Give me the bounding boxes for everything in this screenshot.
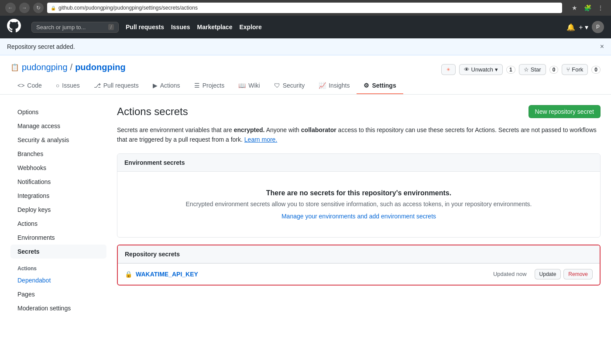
repo-secrets-section: Repository secrets 🔒 WAKATIME_API_KEY Up… — [117, 245, 601, 286]
fork-count: 0 — [591, 66, 601, 74]
issues-icon: ○ — [56, 82, 59, 89]
security-icon: 🛡 — [274, 82, 280, 89]
sidebar-item-branches[interactable]: Branches — [10, 147, 106, 161]
tab-actions[interactable]: ▶ Actions — [146, 78, 187, 94]
sidebar-item-notifications[interactable]: Notifications — [10, 175, 106, 189]
notifications-button[interactable]: 🔔 — [566, 23, 575, 31]
env-secrets-header: Environment secrets — [117, 154, 600, 172]
back-button[interactable]: ← — [5, 3, 16, 13]
flash-message: Repository secret added. — [7, 43, 75, 50]
repo-tabs: <> Code ○ Issues ⎇ Pull requests ▶ Actio… — [10, 78, 601, 94]
secret-updated: Updated now — [493, 271, 527, 277]
url-text: github.com/pudongping/pudongping/setting… — [58, 5, 198, 11]
env-secrets-empty-title: There are no secrets for this repository… — [124, 189, 593, 197]
wiki-icon: 📖 — [238, 82, 246, 89]
tab-security[interactable]: 🛡 Security — [267, 78, 312, 94]
insights-icon: 📈 — [319, 82, 326, 89]
nav-right: 🔔 + ▾ P — [566, 21, 604, 33]
fork-button[interactable]: ⑂ Fork — [562, 64, 588, 75]
flash-close-button[interactable]: × — [600, 43, 604, 51]
watch-count: 1 — [506, 66, 515, 74]
tab-issues[interactable]: ○ Issues — [49, 78, 87, 94]
repo-name[interactable]: pudongping — [75, 62, 126, 72]
manage-environments-link[interactable]: Manage your environments and add environ… — [281, 213, 436, 220]
eye-icon: 👁 — [464, 66, 470, 73]
nav-issues[interactable]: Issues — [171, 24, 190, 31]
menu-icon[interactable]: ⋮ — [595, 3, 606, 13]
projects-icon: ☰ — [194, 82, 200, 89]
tab-code[interactable]: <> Code — [10, 78, 49, 94]
update-secret-button[interactable]: Update — [535, 269, 561, 279]
search-kbd: / — [108, 24, 114, 30]
sidebar-item-actions[interactable]: Actions — [10, 217, 106, 231]
repo-title: 📋 pudongping / pudongping — [10, 62, 126, 72]
content-area: Actions secrets New repository secret Se… — [117, 105, 601, 315]
sidebar-item-deploy-keys[interactable]: Deploy keys — [10, 203, 106, 217]
main-container: Options Manage access Security & analysi… — [0, 95, 611, 326]
tab-projects[interactable]: ☰ Projects — [187, 78, 232, 94]
avatar[interactable]: P — [592, 21, 604, 33]
sidebar: Options Manage access Security & analysi… — [10, 105, 106, 315]
github-logo[interactable] — [7, 19, 21, 35]
sidebar-item-options[interactable]: Options — [10, 105, 106, 119]
environment-secrets-section: Environment secrets There are no secrets… — [117, 153, 601, 238]
sidebar-item-security-analysis[interactable]: Security & analysis — [10, 133, 106, 147]
nav-explore[interactable]: Explore — [239, 24, 261, 31]
sidebar-item-integrations[interactable]: Integrations — [10, 189, 106, 203]
tab-wiki[interactable]: 📖 Wiki — [231, 78, 267, 94]
env-secrets-empty-desc: Encrypted environment secrets allow you … — [124, 201, 593, 208]
fork-icon: ⑂ — [566, 66, 570, 73]
repo-icon: 📋 — [10, 63, 19, 71]
sidebar-item-environments[interactable]: Environments — [10, 231, 106, 245]
tab-insights[interactable]: 📈 Insights — [312, 78, 357, 94]
bookmark-icon[interactable]: ★ — [569, 3, 580, 13]
fork-label: Fork — [572, 66, 583, 73]
secret-name: WAKATIME_API_KEY — [136, 271, 493, 278]
search-placeholder: Search or jump to... — [36, 24, 86, 31]
address-bar[interactable]: 🔒 github.com/pudongping/pudongping/setti… — [47, 3, 562, 13]
page-title: Actions secrets — [117, 105, 188, 118]
tab-pull-requests[interactable]: ⎇ Pull requests — [87, 78, 146, 94]
lock-icon: 🔒 — [51, 6, 56, 10]
nav-marketplace[interactable]: Marketplace — [197, 24, 233, 31]
add-button[interactable]: + ▾ — [579, 23, 588, 31]
extension-icon[interactable]: 🧩 — [582, 3, 593, 13]
sidebar-item-manage-access[interactable]: Manage access — [10, 119, 106, 133]
star-button[interactable]: ☆ Star — [519, 64, 546, 75]
sparkle-icon: ✴ — [446, 66, 451, 73]
tab-settings[interactable]: ⚙ Settings — [357, 78, 403, 94]
repo-owner[interactable]: pudongping — [22, 62, 68, 72]
unwatch-button[interactable]: 👁 Unwatch ▾ — [459, 64, 503, 75]
sidebar-item-pages[interactable]: Pages — [10, 287, 106, 301]
secret-lock-icon: 🔒 — [125, 271, 132, 278]
unwatch-label: Unwatch — [471, 66, 494, 73]
sidebar-item-secrets[interactable]: Secrets — [10, 245, 106, 259]
unwatch-caret: ▾ — [495, 66, 498, 73]
env-secrets-empty: There are no secrets for this repository… — [117, 172, 600, 237]
repo-secrets-header: Repository secrets — [118, 245, 600, 263]
pr-icon: ⎇ — [94, 82, 101, 89]
forward-button[interactable]: → — [19, 3, 30, 13]
nav-pull-requests[interactable]: Pull requests — [126, 24, 164, 31]
description: Secrets are environment variables that a… — [117, 125, 601, 145]
settings-icon: ⚙ — [364, 82, 369, 89]
sidebar-item-dependabot[interactable]: Dependabot — [10, 273, 106, 287]
sidebar-item-moderation[interactable]: Moderation settings — [10, 301, 106, 315]
page-header: Actions secrets New repository secret — [117, 105, 601, 118]
flash-notice: Repository secret added. × — [0, 38, 611, 55]
search-box[interactable]: Search or jump to... / — [31, 22, 119, 33]
new-secret-button[interactable]: New repository secret — [529, 105, 601, 118]
secret-row: 🔒 WAKATIME_API_KEY Updated now Update Re… — [118, 263, 600, 285]
repo-separator: / — [70, 62, 73, 72]
browser-chrome: ← → ↻ 🔒 github.com/pudongping/pudongping… — [0, 0, 611, 16]
refresh-button[interactable]: ↻ — [33, 3, 44, 13]
actions-icon: ▶ — [153, 82, 158, 89]
pin-button[interactable]: ✴ — [441, 64, 456, 75]
star-label: Star — [531, 66, 541, 73]
top-nav: Search or jump to... / Pull requests Iss… — [0, 16, 611, 38]
browser-icons: ★ 🧩 ⋮ — [569, 3, 606, 13]
remove-secret-button[interactable]: Remove — [563, 269, 593, 279]
code-icon: <> — [17, 82, 24, 89]
learn-more-link[interactable]: Learn more. — [244, 136, 277, 143]
sidebar-item-webhooks[interactable]: Webhooks — [10, 161, 106, 175]
